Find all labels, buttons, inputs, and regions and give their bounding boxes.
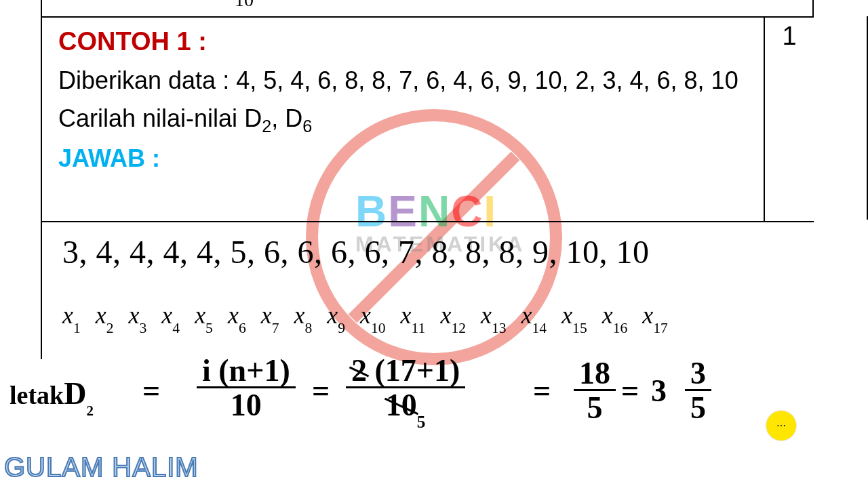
given-label: Diberikan data : <box>58 66 229 94</box>
example-heading: CONTOH 1 : <box>58 27 207 56</box>
x-label: x9 <box>327 301 345 333</box>
hw-formula-frac: i (n+1) 10 <box>197 355 296 423</box>
x-label: x14 <box>521 301 547 333</box>
task-line: Carilah nilai-nilai D2, D6 <box>58 104 312 132</box>
hw-equals-4: = <box>621 373 639 409</box>
x-label: x11 <box>401 301 426 333</box>
x-label: x2 <box>96 301 114 333</box>
x-label: x1 <box>62 301 81 333</box>
author-watermark: GULAM HALIM <box>4 452 199 483</box>
hw-substituted-frac: 2 (17+1) 105 <box>346 355 465 426</box>
x-label: x7 <box>261 301 279 333</box>
x-label: x16 <box>602 301 628 333</box>
x-label: x4 <box>161 301 180 333</box>
left-border-extension <box>41 220 42 359</box>
slide-page: 10 BENCI MATEMATIKA CONTOH 1 : Diberikan… <box>0 0 868 488</box>
sorted-data: 3, 4, 4, 4, 4, 5, 6, 6, 6, 6, 7, 8, 8, 8… <box>62 233 650 270</box>
answer-label: JAWAB : <box>58 144 160 172</box>
hw-whole: 3 <box>651 373 667 409</box>
pointer-highlight-icon: ⋯ <box>766 411 796 441</box>
page-number-border <box>818 16 868 220</box>
hw-equals-2: = <box>312 373 330 409</box>
x-label: x5 <box>195 301 213 333</box>
example-content: CONTOH 1 : Diberikan data : 4, 5, 4, 6, … <box>42 18 764 221</box>
x-label: x15 <box>561 301 587 333</box>
x-label: x10 <box>360 301 386 333</box>
x-label: x3 <box>129 301 147 333</box>
example-box: CONTOH 1 : Diberikan data : 4, 5, 4, 6, … <box>41 16 814 222</box>
hw-simplified-frac: 18 5 <box>574 358 616 426</box>
x-position-labels: x1 x2 x3 x4 x5 x6 x7 x8 x9 x10 x11 x12 x… <box>62 301 668 333</box>
hw-equals-1: = <box>142 373 160 409</box>
previous-row-fragment: 10 <box>41 0 814 18</box>
hw-mixed-frac: 3 5 <box>685 358 711 426</box>
x-label: x12 <box>440 301 466 333</box>
handwritten-work: letakD2 = i (n+1) 10 = 2 (17+1) 105 = 18… <box>7 354 787 449</box>
x-label: x8 <box>294 301 312 333</box>
x-label: x17 <box>642 301 668 333</box>
x-label: x13 <box>481 301 507 333</box>
data-values: 4, 5, 4, 6, 8, 8, 7, 6, 4, 6, 9, 10, 2, … <box>236 66 738 94</box>
fragment-text: 10 <box>235 0 254 11</box>
page-number: 1 <box>764 18 814 221</box>
hw-letak: letakD2 <box>9 375 94 414</box>
x-label: x6 <box>228 301 246 333</box>
hw-equals-3: = <box>533 373 551 409</box>
